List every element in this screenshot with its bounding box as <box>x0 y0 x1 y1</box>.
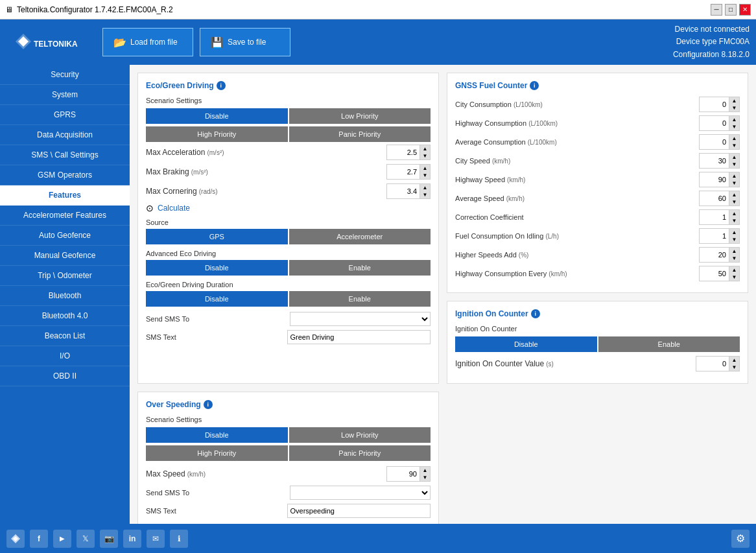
os-high-priority-button[interactable]: High Priority <box>146 445 288 461</box>
gnss-down-6[interactable]: ▼ <box>729 217 739 224</box>
dur-disable-button[interactable]: Disable <box>146 291 288 307</box>
gnss-input-6[interactable] <box>700 210 729 224</box>
linkedin-icon[interactable]: in <box>123 530 141 548</box>
gnss-up-4[interactable]: ▲ <box>729 172 739 180</box>
ignition-value-input[interactable] <box>696 357 729 371</box>
gnss-down-0[interactable]: ▼ <box>729 104 739 112</box>
gnss-input-1[interactable] <box>700 116 729 130</box>
gnss-input-0[interactable] <box>700 97 729 112</box>
max-accel-down[interactable]: ▼ <box>419 152 430 159</box>
sidebar-item-system[interactable]: System <box>0 85 130 105</box>
max-braking-up[interactable]: ▲ <box>419 165 430 172</box>
gnss-down-3[interactable]: ▼ <box>729 161 739 168</box>
gnss-up-2[interactable]: ▲ <box>729 135 739 142</box>
gnss-spinner-0[interactable]: ▲ ▼ <box>699 97 740 112</box>
max-accel-up[interactable]: ▲ <box>419 145 430 152</box>
calculate-label[interactable]: Calculate <box>158 204 190 213</box>
gnss-input-5[interactable] <box>700 191 729 206</box>
max-braking-input[interactable] <box>387 165 419 179</box>
gnss-up-5[interactable]: ▲ <box>729 191 739 198</box>
calculate-arrow[interactable]: ⊙ <box>146 203 154 213</box>
gnss-down-2[interactable]: ▼ <box>729 142 739 149</box>
sidebar-item-trip-odometer[interactable]: Trip \ Odometer <box>0 266 130 286</box>
gnss-spinner-3[interactable]: ▲ ▼ <box>699 153 740 169</box>
eco-disable-button[interactable]: Disable <box>146 108 288 124</box>
sidebar-item-bluetooth[interactable]: Bluetooth <box>0 286 130 306</box>
gnss-spinner-5[interactable]: ▲ ▼ <box>699 191 740 206</box>
gnss-up-7[interactable]: ▲ <box>729 229 739 236</box>
max-braking-down[interactable]: ▼ <box>419 172 430 179</box>
minimize-button[interactable]: ─ <box>711 4 722 16</box>
instagram-icon[interactable]: 📷 <box>100 530 118 548</box>
accelerometer-button[interactable]: Accelerometer <box>289 229 431 244</box>
gnss-up-0[interactable]: ▲ <box>729 97 739 104</box>
gnss-up-1[interactable]: ▲ <box>729 116 739 123</box>
ignition-value-up[interactable]: ▲ <box>729 357 739 364</box>
facebook-icon[interactable]: f <box>30 530 48 548</box>
sidebar-item-gprs[interactable]: GPRS <box>0 105 130 125</box>
max-accel-spinner[interactable]: ▲ ▼ <box>386 145 431 160</box>
gnss-spinner-7[interactable]: ▲ ▼ <box>699 228 740 244</box>
gnss-down-8[interactable]: ▼ <box>729 255 739 262</box>
gnss-input-9[interactable] <box>700 266 729 281</box>
ignition-value-down[interactable]: ▼ <box>729 364 739 371</box>
gnss-spinner-9[interactable]: ▲ ▼ <box>699 266 740 281</box>
gnss-input-4[interactable] <box>700 172 729 187</box>
max-speed-up[interactable]: ▲ <box>419 467 430 474</box>
close-button[interactable]: ✕ <box>739 4 751 16</box>
gnss-up-6[interactable]: ▲ <box>729 210 739 217</box>
max-accel-input[interactable] <box>387 145 419 159</box>
gps-button[interactable]: GPS <box>146 229 288 244</box>
gnss-down-4[interactable]: ▼ <box>729 180 739 187</box>
gnss-spinner-4[interactable]: ▲ ▼ <box>699 172 740 187</box>
eco-panic-priority-button[interactable]: Panic Priority <box>289 126 431 142</box>
over-speeding-info-icon[interactable]: i <box>204 400 213 409</box>
max-speed-input[interactable] <box>387 467 419 481</box>
gnss-spinner-8[interactable]: ▲ ▼ <box>699 247 740 263</box>
gnss-input-7[interactable] <box>700 229 729 243</box>
os-low-priority-button[interactable]: Low Priority <box>289 427 431 443</box>
window-controls[interactable]: ─ □ ✕ <box>711 4 751 16</box>
ignition-info-icon[interactable]: i <box>531 309 540 318</box>
eco-info-icon[interactable]: i <box>217 81 226 90</box>
max-cornering-spinner[interactable]: ▲ ▼ <box>386 183 431 199</box>
gnss-info-icon[interactable]: i <box>530 81 539 90</box>
save-to-file-button[interactable]: 💾 Save to file <box>200 28 290 56</box>
gnss-up-3[interactable]: ▲ <box>729 154 739 161</box>
adv-disable-button[interactable]: Disable <box>146 260 288 276</box>
eco-low-priority-button[interactable]: Low Priority <box>289 108 431 124</box>
gnss-up-8[interactable]: ▲ <box>729 248 739 255</box>
ignition-disable-button[interactable]: Disable <box>455 336 597 352</box>
sidebar-item-bluetooth-4[interactable]: Bluetooth 4.0 <box>0 306 130 326</box>
ignition-enable-button[interactable]: Enable <box>598 336 740 352</box>
teltonika-bottom-icon[interactable] <box>6 530 25 548</box>
youtube-icon[interactable]: ▶ <box>53 530 71 548</box>
ignition-value-spinner[interactable]: ▲ ▼ <box>696 356 740 371</box>
sidebar-item-features[interactable]: Features <box>0 185 130 206</box>
sidebar-item-data-acquisition[interactable]: Data Acquisition <box>0 125 130 145</box>
message-icon[interactable]: ✉ <box>147 530 165 548</box>
gnss-spinner-1[interactable]: ▲ ▼ <box>699 115 740 131</box>
os-panic-priority-button[interactable]: Panic Priority <box>289 445 431 461</box>
sidebar-item-accelerometer[interactable]: Accelerometer Features <box>0 206 130 226</box>
gnss-spinner-6[interactable]: ▲ ▼ <box>699 209 740 225</box>
sidebar-item-beacon-list[interactable]: Beacon List <box>0 326 130 346</box>
os-disable-button[interactable]: Disable <box>146 427 288 443</box>
gnss-input-2[interactable] <box>700 135 729 149</box>
info-bottom-icon[interactable]: ℹ <box>170 530 188 548</box>
gnss-down-7[interactable]: ▼ <box>729 236 739 243</box>
dur-enable-button[interactable]: Enable <box>289 291 431 307</box>
gnss-spinner-2[interactable]: ▲ ▼ <box>699 134 740 150</box>
twitter-icon[interactable]: 𝕏 <box>77 530 95 548</box>
max-speed-spinner[interactable]: ▲ ▼ <box>386 466 431 482</box>
sidebar-item-security[interactable]: Security <box>0 65 130 85</box>
max-braking-spinner[interactable]: ▲ ▼ <box>386 164 431 180</box>
load-from-file-button[interactable]: 📂 Load from file <box>102 28 193 56</box>
eco-sms-text-input[interactable] <box>287 330 431 344</box>
gnss-down-1[interactable]: ▼ <box>729 123 739 130</box>
os-sms-text-input[interactable] <box>287 504 431 518</box>
sidebar-item-sms-call[interactable]: SMS \ Call Settings <box>0 145 130 165</box>
maximize-button[interactable]: □ <box>725 4 737 16</box>
sidebar-item-manual-geofence[interactable]: Manual Geofence <box>0 246 130 266</box>
gnss-down-5[interactable]: ▼ <box>729 198 739 206</box>
